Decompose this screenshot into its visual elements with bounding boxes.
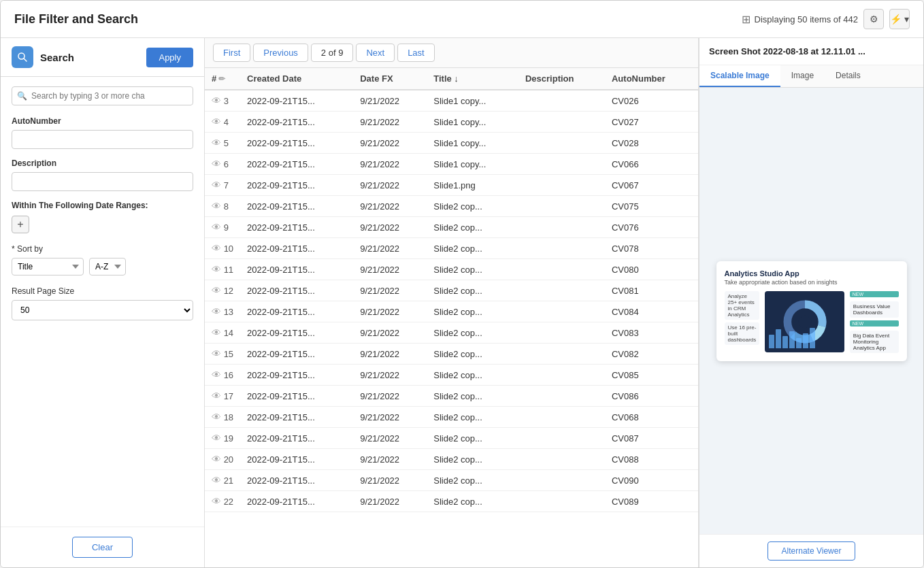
row-eye[interactable]: 👁 9 xyxy=(205,217,240,238)
row-created: 2022-09-21T15... xyxy=(240,428,353,449)
apply-button[interactable]: Apply xyxy=(146,48,193,67)
row-title: Slide2 cop... xyxy=(427,470,518,491)
row-eye[interactable]: 👁 15 xyxy=(205,344,240,365)
table-row[interactable]: 👁 16 2022-09-21T15... 9/21/2022 Slide2 c… xyxy=(205,365,698,386)
table-row[interactable]: 👁 18 2022-09-21T15... 9/21/2022 Slide2 c… xyxy=(205,407,698,428)
row-eye[interactable]: 👁 13 xyxy=(205,301,240,322)
table-row[interactable]: 👁 6 2022-09-21T15... 9/21/2022 Slide1 co… xyxy=(205,154,698,175)
row-eye[interactable]: 👁 5 xyxy=(205,133,240,154)
table-row[interactable]: 👁 5 2022-09-21T15... 9/21/2022 Slide1 co… xyxy=(205,133,698,154)
row-datefx: 9/21/2022 xyxy=(353,217,427,238)
row-created: 2022-09-21T15... xyxy=(240,90,353,112)
table-row[interactable]: 👁 19 2022-09-21T15... 9/21/2022 Slide2 c… xyxy=(205,428,698,449)
table-row[interactable]: 👁 4 2022-09-21T15... 9/21/2022 Slide1 co… xyxy=(205,112,698,133)
row-title: Slide2 cop... xyxy=(427,491,518,512)
next-button[interactable]: Next xyxy=(356,44,395,62)
autonumber-field[interactable] xyxy=(12,130,193,149)
date-range-label: Within The Following Date Ranges: xyxy=(12,201,193,210)
row-autonumber: CV067 xyxy=(605,175,698,196)
first-button[interactable]: First xyxy=(213,44,250,62)
description-label: Description xyxy=(12,158,193,168)
row-autonumber: CV078 xyxy=(605,238,698,259)
table-row[interactable]: 👁 8 2022-09-21T15... 9/21/2022 Slide2 co… xyxy=(205,196,698,217)
col-header-autonumber[interactable]: AutoNumber xyxy=(605,68,698,90)
table-row[interactable]: 👁 17 2022-09-21T15... 9/21/2022 Slide2 c… xyxy=(205,386,698,407)
table-row[interactable]: 👁 9 2022-09-21T15... 9/21/2022 Slide2 co… xyxy=(205,217,698,238)
header-right: ⊞ Displaying 50 items of 442 ⚙ ⚡ ▾ xyxy=(742,9,910,29)
row-created: 2022-09-21T15... xyxy=(240,386,353,407)
lightning-button[interactable]: ⚡ ▾ xyxy=(889,9,910,29)
col-header-num: #✏ xyxy=(205,68,240,90)
row-eye[interactable]: 👁 10 xyxy=(205,238,240,259)
row-eye[interactable]: 👁 11 xyxy=(205,259,240,280)
row-description xyxy=(518,133,605,154)
table-row[interactable]: 👁 13 2022-09-21T15... 9/21/2022 Slide2 c… xyxy=(205,301,698,322)
row-eye[interactable]: 👁 7 xyxy=(205,175,240,196)
analytics-stat-1: Analyze 25+ events in CRM Analytics xyxy=(725,291,760,320)
table-row[interactable]: 👁 15 2022-09-21T15... 9/21/2022 Slide2 c… xyxy=(205,344,698,365)
row-eye[interactable]: 👁 3 xyxy=(205,90,240,112)
row-title: Slide2 cop... xyxy=(427,259,518,280)
tab-details[interactable]: Details xyxy=(825,65,872,87)
row-eye[interactable]: 👁 12 xyxy=(205,280,240,301)
table-row[interactable]: 👁 20 2022-09-21T15... 9/21/2022 Slide2 c… xyxy=(205,449,698,470)
row-description xyxy=(518,365,605,386)
row-eye[interactable]: 👁 20 xyxy=(205,449,240,470)
alternate-viewer-button[interactable]: Alternate Viewer xyxy=(768,541,856,561)
tab-scalable-image[interactable]: Scalable Image xyxy=(699,65,780,87)
row-title: Slide2 cop... xyxy=(427,280,518,301)
items-count: Displaying 50 items of 442 xyxy=(755,14,858,24)
row-description xyxy=(518,344,605,365)
row-description xyxy=(518,90,605,112)
row-eye[interactable]: 👁 16 xyxy=(205,365,240,386)
row-datefx: 9/21/2022 xyxy=(353,407,427,428)
analytics-feature-2: Big Data Event Monitoring Analytics App xyxy=(850,331,899,353)
row-datefx: 9/21/2022 xyxy=(353,365,427,386)
row-eye[interactable]: 👁 8 xyxy=(205,196,240,217)
clear-button[interactable]: Clear xyxy=(72,537,133,558)
row-created: 2022-09-21T15... xyxy=(240,407,353,428)
row-eye[interactable]: 👁 19 xyxy=(205,428,240,449)
row-eye[interactable]: 👁 18 xyxy=(205,407,240,428)
row-created: 2022-09-21T15... xyxy=(240,133,353,154)
sort-order-select[interactable]: A-Z Z-A xyxy=(89,258,126,275)
table-row[interactable]: 👁 14 2022-09-21T15... 9/21/2022 Slide2 c… xyxy=(205,322,698,344)
table-row[interactable]: 👁 22 2022-09-21T15... 9/21/2022 Slide2 c… xyxy=(205,491,698,512)
row-created: 2022-09-21T15... xyxy=(240,154,353,175)
col-header-datefx[interactable]: Date FX xyxy=(353,68,427,90)
row-created: 2022-09-21T15... xyxy=(240,280,353,301)
row-eye[interactable]: 👁 4 xyxy=(205,112,240,133)
row-eye[interactable]: 👁 6 xyxy=(205,154,240,175)
page-size-select[interactable]: 50 25 100 xyxy=(12,300,193,320)
row-eye[interactable]: 👁 14 xyxy=(205,322,240,344)
add-date-button[interactable]: + xyxy=(12,216,29,233)
search-input[interactable] xyxy=(12,86,193,105)
row-datefx: 9/21/2022 xyxy=(353,470,427,491)
analytics-card-header: Analytics Studio App xyxy=(725,269,899,278)
preview-image-area: Analytics Studio App Take appropriate ac… xyxy=(699,88,923,534)
table-row[interactable]: 👁 12 2022-09-21T15... 9/21/2022 Slide2 c… xyxy=(205,280,698,301)
sort-field-select[interactable]: Title AutoNumber Created Date Descriptio… xyxy=(12,258,84,275)
col-header-description[interactable]: Description xyxy=(518,68,605,90)
table-row[interactable]: 👁 10 2022-09-21T15... 9/21/2022 Slide2 c… xyxy=(205,238,698,259)
row-autonumber: CV068 xyxy=(605,407,698,428)
row-eye[interactable]: 👁 22 xyxy=(205,491,240,512)
table-row[interactable]: 👁 3 2022-09-21T15... 9/21/2022 Slide1 co… xyxy=(205,90,698,112)
tab-image[interactable]: Image xyxy=(780,65,825,87)
previous-button[interactable]: Previous xyxy=(253,44,308,62)
col-header-title[interactable]: Title ↓ xyxy=(427,68,518,90)
col-header-created[interactable]: Created Date xyxy=(240,68,353,90)
table-row[interactable]: 👁 7 2022-09-21T15... 9/21/2022 Slide1.pn… xyxy=(205,175,698,196)
row-eye[interactable]: 👁 17 xyxy=(205,386,240,407)
gear-button[interactable]: ⚙ xyxy=(863,9,884,29)
row-autonumber: CV089 xyxy=(605,491,698,512)
description-field[interactable] xyxy=(12,172,193,191)
table-row[interactable]: 👁 21 2022-09-21T15... 9/21/2022 Slide2 c… xyxy=(205,470,698,491)
row-autonumber: CV083 xyxy=(605,322,698,344)
row-created: 2022-09-21T15... xyxy=(240,196,353,217)
table-row[interactable]: 👁 11 2022-09-21T15... 9/21/2022 Slide2 c… xyxy=(205,259,698,280)
last-button[interactable]: Last xyxy=(397,44,435,62)
row-title: Slide2 cop... xyxy=(427,365,518,386)
row-eye[interactable]: 👁 21 xyxy=(205,470,240,491)
edit-col-icon[interactable]: ✏ xyxy=(218,74,225,84)
